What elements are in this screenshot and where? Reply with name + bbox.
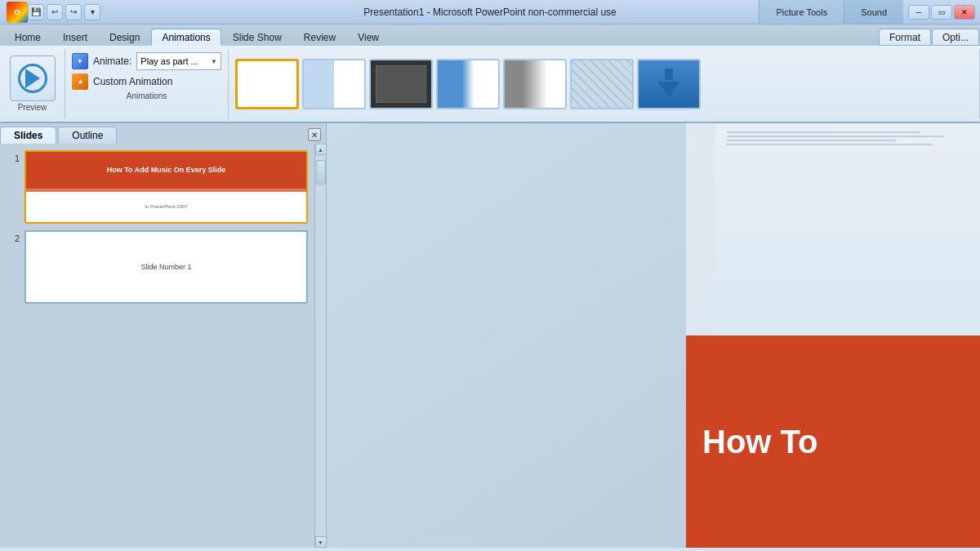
transition-fade[interactable] bbox=[503, 59, 567, 109]
preview-label: Preview bbox=[18, 103, 47, 112]
slide1-content: How To Add Music On Every Slide In Power… bbox=[26, 152, 306, 222]
scroll-down-button[interactable]: ▼ bbox=[315, 536, 327, 548]
slide1-title: How To Add Music On Every Slide bbox=[107, 166, 226, 174]
tab-slideshow[interactable]: Slide Show bbox=[222, 29, 292, 46]
rule-1 bbox=[727, 131, 920, 133]
close-button[interactable]: ✕ bbox=[954, 5, 975, 20]
animations-section-label: Animations bbox=[72, 91, 221, 100]
slide2-text: Slide Number 1 bbox=[140, 263, 191, 271]
restore-button[interactable]: ▭ bbox=[931, 5, 952, 20]
title-bar-main: O 💾 ↩ ↪ ▾ Presentation1 - Microsoft Powe… bbox=[0, 0, 759, 24]
preview-section: Preview bbox=[0, 49, 65, 118]
main-slide-preview: How To bbox=[686, 123, 980, 548]
scroll-thumb[interactable] bbox=[316, 160, 326, 184]
transition-no-transition[interactable] bbox=[235, 59, 299, 109]
tab-opti[interactable]: Opti... bbox=[932, 29, 979, 46]
redo-button[interactable]: ↪ bbox=[65, 4, 82, 20]
custom-animation-label[interactable]: Custom Animation bbox=[93, 76, 172, 87]
animate-row: ✦ Animate: Play as part ... ▼ bbox=[72, 52, 221, 70]
picture-tools-header: Picture Tools bbox=[759, 0, 844, 24]
main-content: Slides Outline ✕ 1 How To Add Music On E… bbox=[0, 123, 980, 548]
slide2-content: Slide Number 1 bbox=[26, 232, 306, 302]
slide-item-1: 1 How To Add Music On Every Slide In Pow… bbox=[7, 150, 308, 224]
ribbon-tabs: Home Insert Design Animations Slide Show… bbox=[0, 24, 879, 46]
slide-number-1: 1 bbox=[7, 153, 20, 163]
quick-access-toolbar: 💾 ↩ ↪ ▾ bbox=[28, 4, 100, 20]
more-transitions-shaft-icon bbox=[665, 69, 673, 80]
panel-close-button[interactable]: ✕ bbox=[308, 128, 321, 141]
animate-dropdown[interactable]: Play as part ... ▼ bbox=[136, 52, 221, 70]
rule-4 bbox=[727, 144, 933, 145]
transition-wipe[interactable] bbox=[302, 59, 366, 109]
context-tabs-row: Format Opti... bbox=[879, 24, 980, 46]
window-title: Presentation1 - Microsoft PowerPoint non… bbox=[363, 7, 616, 18]
preview-circle-icon bbox=[18, 64, 47, 93]
slide-thumbnail-2[interactable]: Slide Number 1 bbox=[24, 230, 308, 304]
custom-animation-icon: ★ bbox=[72, 73, 88, 90]
preview-button[interactable] bbox=[10, 56, 56, 101]
transition-box[interactable] bbox=[369, 59, 433, 109]
animate-value: Play as part ... bbox=[140, 56, 198, 66]
main-slide-bottom: How To bbox=[686, 335, 980, 548]
scroll-track bbox=[316, 155, 326, 536]
rule-3 bbox=[727, 140, 896, 141]
title-bar: O 💾 ↩ ↪ ▾ Presentation1 - Microsoft Powe… bbox=[0, 0, 980, 24]
slides-list: 1 How To Add Music On Every Slide In Pow… bbox=[0, 144, 314, 548]
scroll-up-button[interactable]: ▲ bbox=[315, 144, 327, 155]
customize-button[interactable]: ▾ bbox=[84, 4, 100, 20]
animate-label: Animate: bbox=[93, 56, 131, 67]
tab-review[interactable]: Review bbox=[293, 29, 346, 46]
slide1-subtitle: In PowerPoint 2007 bbox=[145, 204, 187, 209]
animate-icon: ✦ bbox=[72, 53, 88, 69]
transition-fly[interactable] bbox=[436, 59, 500, 109]
slides-panel: Slides Outline ✕ 1 How To Add Music On E… bbox=[0, 123, 327, 548]
minimize-button[interactable]: ─ bbox=[908, 5, 929, 20]
window-controls: ─ ▭ ✕ bbox=[903, 0, 980, 24]
tab-animations[interactable]: Animations bbox=[151, 29, 220, 46]
slide1-top: How To Add Music On Every Slide bbox=[26, 152, 306, 189]
main-slide-title: How To bbox=[702, 424, 817, 460]
tab-home[interactable]: Home bbox=[4, 29, 51, 46]
tab-insert[interactable]: Insert bbox=[52, 29, 98, 46]
custom-animation-row: ★ Custom Animation bbox=[72, 73, 221, 90]
preview-play-icon bbox=[25, 69, 40, 88]
panel-tab-outline[interactable]: Outline bbox=[58, 127, 117, 144]
slide-view: How To bbox=[327, 123, 980, 548]
transition-more[interactable] bbox=[637, 59, 701, 109]
slides-list-area: 1 How To Add Music On Every Slide In Pow… bbox=[0, 144, 326, 548]
panel-tabs: Slides Outline ✕ bbox=[0, 123, 326, 144]
slide1-bottom: In PowerPoint 2007 bbox=[26, 192, 306, 222]
panel-tab-slides[interactable]: Slides bbox=[0, 127, 56, 144]
sound-header: Sound bbox=[844, 0, 903, 24]
transitions-section bbox=[229, 49, 980, 118]
tab-view[interactable]: View bbox=[347, 29, 390, 46]
undo-button[interactable]: ↩ bbox=[47, 4, 63, 20]
tab-format[interactable]: Format bbox=[879, 29, 931, 46]
context-header-strip: Picture Tools Sound bbox=[759, 0, 903, 24]
slide-item-2: 2 Slide Number 1 bbox=[7, 230, 308, 304]
transition-dissolve[interactable] bbox=[570, 59, 634, 109]
ribbon-tabs-row: Home Insert Design Animations Slide Show… bbox=[0, 24, 980, 46]
dropdown-arrow-icon: ▼ bbox=[211, 58, 217, 65]
office-logo-button[interactable]: O bbox=[7, 2, 28, 23]
rule-2 bbox=[727, 136, 944, 137]
main-slide-top-box bbox=[715, 123, 980, 357]
ruled-lines bbox=[715, 123, 980, 153]
tab-design[interactable]: Design bbox=[99, 29, 150, 46]
slide-thumbnail-1[interactable]: How To Add Music On Every Slide In Power… bbox=[24, 150, 308, 224]
main-slide-bg: How To bbox=[686, 123, 980, 548]
ribbon-panel: Preview ✦ Animate: Play as part ... ▼ ★ … bbox=[0, 46, 980, 123]
slides-scrollbar: ▲ ▼ bbox=[314, 144, 326, 548]
slide-number-2: 2 bbox=[7, 233, 20, 243]
save-button[interactable]: 💾 bbox=[28, 4, 44, 20]
animations-section: ✦ Animate: Play as part ... ▼ ★ Custom A… bbox=[65, 49, 229, 118]
more-transitions-arrow-icon bbox=[657, 82, 680, 96]
